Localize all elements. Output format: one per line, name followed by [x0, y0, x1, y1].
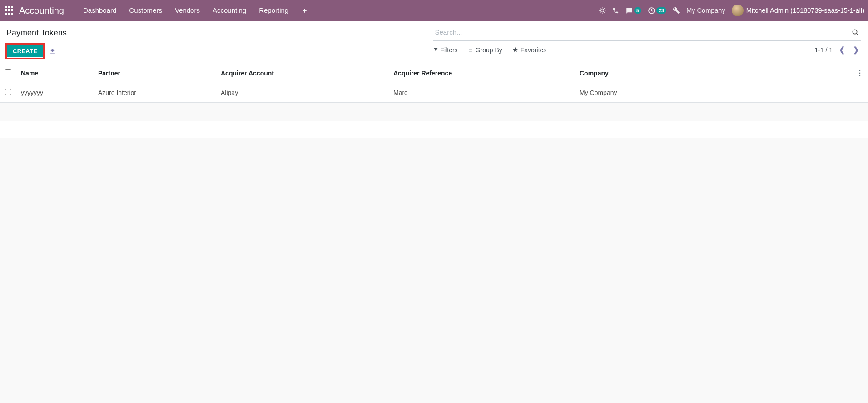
groupby-label: Group By [476, 46, 502, 54]
app-brand[interactable]: Accounting [19, 5, 64, 16]
activities-icon[interactable]: 23 [648, 7, 666, 15]
filters-button[interactable]: Filters [433, 46, 458, 54]
filters-label: Filters [441, 46, 458, 54]
col-partner[interactable]: Partner [94, 63, 216, 83]
filter-bar: Filters Group By Favorites 1-1 / 1 ❮ ❯ [433, 45, 861, 54]
favorites-label: Favorites [521, 46, 547, 54]
table-header-row: Name Partner Acquirer Account Acquirer R… [0, 63, 868, 83]
list-view: Name Partner Acquirer Account Acquirer R… [0, 63, 868, 103]
row-options [852, 83, 868, 102]
activities-badge: 23 [656, 7, 666, 14]
top-nav: Accounting Dashboard Customers Vendors A… [0, 0, 868, 21]
spacer-band [0, 121, 868, 138]
nav-links: Dashboard Customers Vendors Accounting R… [77, 1, 314, 20]
col-acquirer-reference[interactable]: Acquirer Reference [389, 63, 575, 83]
list-icon [468, 48, 473, 52]
svg-point-2 [853, 30, 857, 34]
pager-prev-icon[interactable]: ❮ [837, 45, 847, 54]
avatar [732, 5, 744, 16]
pager-next-icon[interactable]: ❯ [851, 45, 861, 54]
cell-company: My Company [575, 83, 852, 102]
control-panel: Payment Tokens CREATE Filters Group By [0, 21, 868, 63]
nav-right: 5 23 My Company Mitchell Admin (15180739… [599, 5, 864, 16]
messages-icon[interactable]: 5 [625, 7, 641, 14]
cell-acquirer-account: Alipay [216, 83, 389, 102]
table-row[interactable]: yyyyyyyAzure InteriorAlipayMarcMy Compan… [0, 83, 868, 102]
pager: 1-1 / 1 ❮ ❯ [814, 45, 861, 54]
user-label: Mitchell Admin (15180739-saas-15-1-all) [746, 7, 864, 14]
create-button[interactable]: CREATE [7, 45, 43, 57]
col-company[interactable]: Company [575, 63, 852, 83]
row-checkbox[interactable] [5, 89, 11, 95]
phone-icon[interactable] [612, 7, 619, 14]
star-icon [512, 47, 518, 53]
optional-columns-icon[interactable]: ⋮ [852, 63, 868, 83]
company-switcher[interactable]: My Company [686, 7, 725, 14]
nav-customers[interactable]: Customers [123, 1, 169, 20]
nav-accounting[interactable]: Accounting [206, 1, 253, 20]
col-acquirer-account[interactable]: Acquirer Account [216, 63, 389, 83]
nav-dashboard[interactable]: Dashboard [77, 1, 123, 20]
page-title: Payment Tokens [6, 28, 433, 38]
debug-icon[interactable] [599, 7, 606, 14]
nav-new-icon[interactable]: ＋ [295, 1, 314, 20]
search-icon[interactable] [850, 29, 861, 36]
search-input[interactable] [433, 25, 850, 39]
col-name[interactable]: Name [16, 63, 94, 83]
export-icon[interactable] [49, 48, 56, 55]
create-button-highlight: CREATE [5, 43, 45, 59]
search-bar [433, 25, 861, 41]
pager-text[interactable]: 1-1 / 1 [814, 46, 833, 54]
cell-name: yyyyyyy [16, 83, 94, 102]
svg-point-0 [601, 9, 604, 12]
cell-partner: Azure Interior [94, 83, 216, 102]
favorites-button[interactable]: Favorites [512, 46, 547, 54]
nav-reporting[interactable]: Reporting [253, 1, 295, 20]
nav-vendors[interactable]: Vendors [169, 1, 206, 20]
cell-acquirer-reference: Marc [389, 83, 575, 102]
apps-grid-icon[interactable] [5, 6, 15, 15]
funnel-icon [433, 47, 438, 52]
tools-icon[interactable] [673, 7, 680, 14]
user-menu[interactable]: Mitchell Admin (15180739-saas-15-1-all) [732, 5, 864, 16]
groupby-button[interactable]: Group By [468, 46, 502, 54]
messages-badge: 5 [634, 7, 641, 14]
select-all-checkbox[interactable] [5, 69, 11, 75]
